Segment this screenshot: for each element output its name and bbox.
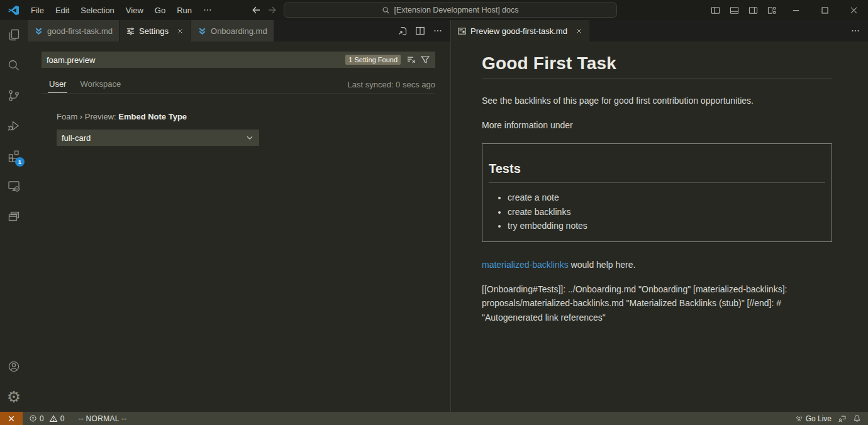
more-menu-icon[interactable]: [198, 0, 218, 20]
list-item: create a note: [508, 190, 825, 205]
source-control-icon[interactable]: [0, 80, 28, 111]
warning-triangle-icon: [49, 414, 58, 423]
vim-mode-indicator[interactable]: -- NORMAL --: [75, 412, 130, 425]
tab-onboarding[interactable]: Onboarding.md: [191, 20, 274, 41]
tab-settings[interactable]: Settings: [120, 20, 191, 41]
editor-group-right: Preview good-first-task.md Good First Ta…: [451, 20, 868, 412]
nav-forward-icon[interactable]: [267, 5, 277, 15]
tab-label: Preview good-first-task.md: [470, 26, 567, 36]
title-bar: File Edit Selection View Go Run [Extensi…: [0, 0, 868, 20]
preview-link-line: materialized-backlinks would help here.: [482, 258, 832, 271]
warning-count: 0: [60, 414, 65, 423]
workbench: 1 ⚙ good-first-task.md: [0, 20, 868, 412]
open-preview-icon: [457, 26, 467, 36]
heading-rule: [482, 79, 832, 79]
broadcast-tower-icon: [795, 414, 803, 422]
preview-paragraph: See the backlinks of this page for good …: [482, 94, 832, 107]
menu-selection[interactable]: Selection: [75, 0, 120, 20]
notifications-bell-icon[interactable]: [850, 412, 864, 425]
menu-edit[interactable]: Edit: [50, 0, 75, 20]
settings-search-input[interactable]: [47, 55, 345, 65]
error-circle-icon: [29, 414, 37, 422]
menu-go[interactable]: Go: [149, 0, 171, 20]
remote-explorer-icon[interactable]: [0, 171, 28, 201]
list-item: create backlinks: [508, 205, 825, 219]
tab-close-icon[interactable]: [176, 27, 184, 35]
window-minimize-icon[interactable]: [781, 0, 810, 20]
markdown-file-icon: [34, 26, 43, 36]
link-suffix: would help here.: [569, 260, 636, 270]
customize-layout-icon[interactable]: [762, 0, 781, 20]
toggle-panel-icon[interactable]: [725, 0, 743, 20]
activity-bar: 1 ⚙: [0, 20, 28, 412]
tab-preview-good-first-task[interactable]: Preview good-first-task.md: [451, 20, 590, 41]
toggle-primary-sidebar-icon[interactable]: [706, 0, 725, 20]
go-live-button[interactable]: Go Live: [792, 412, 835, 425]
editor-group-divider[interactable]: [450, 20, 451, 412]
more-actions-icon[interactable]: [430, 23, 445, 38]
remote-indicator[interactable]: [0, 412, 23, 425]
list-item: try embedding notes: [508, 219, 825, 233]
status-bar: 0 0 -- NORMAL -- Go Live: [0, 412, 868, 425]
error-count: 0: [40, 414, 44, 423]
more-actions-icon[interactable]: [848, 23, 863, 38]
go-live-label: Go Live: [806, 414, 832, 423]
select-value: full-card: [62, 133, 91, 143]
nav-back-icon[interactable]: [251, 5, 261, 15]
run-debug-icon[interactable]: [0, 111, 28, 141]
tab-good-first-task[interactable]: good-first-task.md: [28, 20, 120, 41]
settings-search-box[interactable]: 1 Setting Found: [42, 52, 435, 68]
tab-bar-right: Preview good-first-task.md: [451, 20, 868, 41]
setting-category: Foam › Preview:: [57, 112, 118, 121]
search-icon: [382, 6, 390, 14]
command-center-label: [Extension Development Host] docs: [394, 6, 518, 14]
editor-group-left: good-first-task.md Settings Onboarding.m…: [28, 20, 450, 412]
embed-note-type-select[interactable]: full-card: [57, 130, 259, 146]
last-synced-label: Last synced: 0 secs ago: [348, 80, 435, 89]
search-view-icon[interactable]: [0, 50, 28, 80]
materialized-backlinks-link[interactable]: materialized-backlinks: [482, 260, 569, 270]
settings-editor: 1 Setting Found User Workspace Last sync…: [28, 41, 450, 412]
filter-funnel-icon[interactable]: [418, 53, 432, 67]
menu-view[interactable]: View: [120, 0, 149, 20]
setting-title: Foam › Preview: Embed Note Type: [57, 112, 283, 121]
embed-title: Tests: [489, 160, 825, 177]
setting-item: Foam › Preview: Embed Note Type full-car…: [57, 112, 283, 146]
clear-filters-icon[interactable]: [404, 53, 418, 67]
window-close-icon[interactable]: [839, 0, 868, 20]
extensions-icon[interactable]: 1: [0, 141, 28, 171]
tab-label: Settings: [139, 26, 169, 36]
embed-list: create a note create backlinks try embed…: [489, 190, 825, 233]
menu-run[interactable]: Run: [171, 0, 198, 20]
preview-title: Good First Task: [482, 53, 832, 74]
live-share-icon[interactable]: [835, 412, 850, 425]
preview-paragraph: More information under: [482, 119, 832, 131]
windows-panels-icon[interactable]: [0, 201, 28, 231]
vscode-logo-icon: [8, 5, 19, 16]
chevron-down-icon: [245, 133, 254, 142]
embed-heading-rule: [489, 182, 825, 183]
split-editor-icon[interactable]: [413, 23, 428, 38]
open-settings-json-icon[interactable]: [395, 23, 410, 38]
command-center-search[interactable]: [Extension Development Host] docs: [284, 3, 617, 18]
manage-gear-icon[interactable]: ⚙: [0, 382, 28, 412]
extensions-badge: 1: [15, 157, 25, 167]
accounts-icon[interactable]: [0, 351, 28, 382]
settings-scope-row: User Workspace Last synced: 0 secs ago: [42, 75, 435, 94]
menu-file[interactable]: File: [25, 0, 50, 20]
window-maximize-icon[interactable]: [810, 0, 839, 20]
markdown-preview: Good First Task See the backlinks of thi…: [451, 41, 868, 412]
problems-indicator[interactable]: 0 0: [26, 412, 67, 425]
scope-tab-user[interactable]: User: [48, 76, 67, 93]
tab-label: good-first-task.md: [47, 26, 113, 36]
link-references-text: [[Onboarding#Tests]]: ../Onboarding.md "…: [482, 282, 832, 325]
scope-tab-workspace[interactable]: Workspace: [79, 76, 122, 92]
embedded-note-card: Tests create a note create backlinks try…: [482, 143, 832, 242]
settings-sliders-icon: [126, 26, 135, 36]
markdown-file-icon: [198, 26, 207, 36]
explorer-files-icon[interactable]: [0, 20, 28, 50]
tab-close-icon[interactable]: [575, 27, 583, 35]
setting-name: Embed Note Type: [118, 112, 187, 121]
toggle-secondary-sidebar-icon[interactable]: [743, 0, 762, 20]
tab-bar-left: good-first-task.md Settings Onboarding.m…: [28, 20, 450, 41]
